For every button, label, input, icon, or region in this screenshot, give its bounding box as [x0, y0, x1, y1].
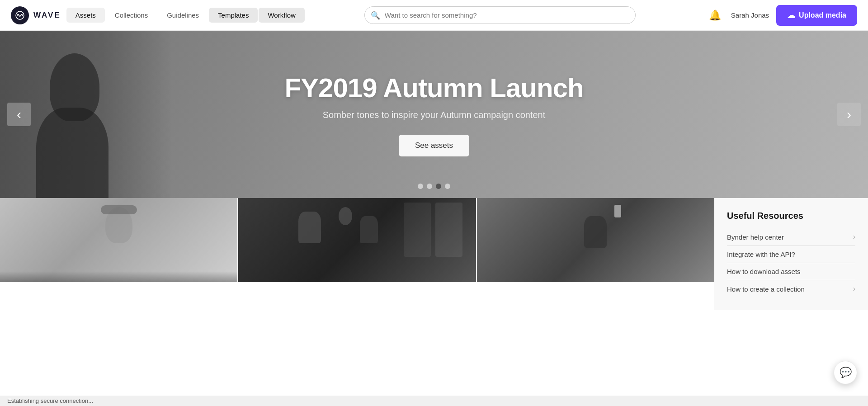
upload-label: Upload media	[799, 11, 846, 19]
logo-icon	[11, 6, 29, 24]
header-right: 🔔 Sarah Jonas ☁ Upload media	[706, 5, 857, 26]
useful-resources-sidebar: Useful Resources Bynder help center › In…	[714, 198, 868, 310]
nav-collections[interactable]: Collections	[106, 8, 157, 23]
logo-text: WAVE	[33, 11, 61, 20]
sidebar-link-create-collection-label: How to create a collection	[727, 285, 805, 293]
hero-banner: FY2019 Autumn Launch Somber tones to ins…	[0, 31, 868, 198]
hero-figure	[27, 44, 145, 198]
sidebar-link-bynder-help[interactable]: Bynder help center ›	[727, 228, 855, 246]
media-grid	[0, 198, 714, 310]
upload-icon: ☁	[787, 10, 795, 20]
upload-media-button[interactable]: ☁ Upload media	[776, 5, 857, 26]
notification-button[interactable]: 🔔	[706, 7, 724, 24]
chevron-right-icon-1: ›	[853, 233, 855, 241]
nav-templates[interactable]: Templates	[209, 8, 258, 23]
hero-dot-1[interactable]	[418, 184, 423, 189]
media-card-2[interactable]	[238, 198, 476, 282]
nav-assets[interactable]: Assets	[66, 8, 105, 23]
hero-next-button[interactable]: ›	[837, 103, 861, 126]
sidebar-title: Useful Resources	[727, 211, 855, 221]
sidebar-link-create-collection[interactable]: How to create a collection ›	[727, 280, 855, 297]
hero-subtitle: Somber tones to inspire your Autumn camp…	[284, 110, 583, 120]
search-input[interactable]	[364, 6, 636, 24]
logo[interactable]: WAVE	[11, 6, 61, 24]
hero-dot-2[interactable]	[427, 184, 432, 189]
header: WAVE Assets Collections Guidelines Templ…	[0, 0, 868, 31]
hero-content: FY2019 Autumn Launch Somber tones to ins…	[266, 72, 601, 156]
hero-dot-3[interactable]	[436, 184, 441, 189]
sidebar-link-bynder-help-label: Bynder help center	[727, 233, 784, 241]
media-card-1[interactable]	[0, 198, 238, 282]
sidebar-link-integrate-api[interactable]: Integrate with the API?	[727, 246, 855, 263]
nav-guidelines[interactable]: Guidelines	[158, 8, 208, 23]
hero-title: FY2019 Autumn Launch	[284, 72, 583, 104]
sidebar-link-download-assets-label: How to download assets	[727, 268, 801, 275]
username-label: Sarah Jonas	[731, 11, 769, 19]
bottom-section: Useful Resources Bynder help center › In…	[0, 198, 868, 310]
sidebar-link-download-assets[interactable]: How to download assets	[727, 263, 855, 280]
chevron-right-icon-2: ›	[853, 285, 855, 293]
main-nav: Assets Collections Guidelines Templates …	[66, 8, 305, 23]
search-bar: 🔍	[364, 6, 636, 24]
nav-workflow[interactable]: Workflow	[259, 8, 304, 23]
see-assets-button[interactable]: See assets	[399, 135, 469, 156]
media-card-1-overlay	[0, 271, 237, 282]
media-card-3[interactable]	[477, 198, 714, 282]
hero-prev-button[interactable]: ‹	[7, 103, 31, 126]
hero-dot-4[interactable]	[445, 184, 450, 189]
search-icon: 🔍	[371, 10, 380, 20]
wave-logo-svg	[15, 10, 25, 20]
sidebar-link-integrate-api-label: Integrate with the API?	[727, 250, 795, 258]
hero-dots	[418, 184, 450, 189]
